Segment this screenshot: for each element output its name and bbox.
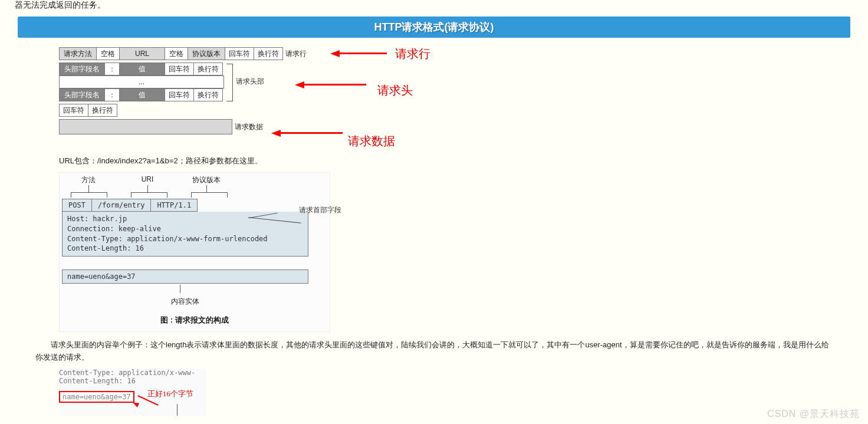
red-annotation: 正好16个字节 (147, 389, 193, 399)
cell-lf: 换行符 (88, 104, 117, 117)
label-entity-body: 内容实体 (62, 297, 308, 307)
cell-colon: ： (104, 88, 120, 101)
content-length-example-figure: Content-Type: application/x-www- Content… (59, 369, 206, 416)
label-request-data: 请求数据 (235, 119, 270, 134)
section-banner: HTTP请求格式(请求协议) (18, 17, 850, 38)
request-message-composition-figure: 方法 URI 协议版本 POST /form/entry HTTP/1.1 Ho… (59, 172, 330, 332)
truncated-prev-paragraph: 器无法完成返回的任务。 (0, 0, 868, 13)
highlighted-body: name=ueno&age=37 (59, 391, 134, 403)
req-method: POST (62, 199, 92, 212)
label-request-line: 请求行 (285, 47, 321, 60)
header-line: Connection: keep-alive (67, 224, 303, 234)
header-line: Content-Length: 16 (67, 244, 303, 254)
cell-cr: 回车符 (165, 88, 194, 101)
http-request-structure-diagram: 请求方法 空格 URL 空格 协议版本 回车符 换行符 请求行 头部字段名 ： … (59, 47, 507, 147)
label-request-headers: 请求头部 (236, 77, 264, 87)
code-line: Content-Type: application/x-www- (59, 369, 206, 377)
cell-header-value: 值 (119, 63, 165, 75)
req-proto: HTTP/1.1 (150, 199, 198, 212)
connector-line-icon (180, 285, 180, 293)
red-label-request-header: 请求头 (377, 83, 413, 98)
cell-space: 空格 (165, 47, 188, 60)
code-line: Content-Length: 16 (59, 377, 206, 385)
cell-url: URL (119, 47, 165, 60)
cell-method: 请求方法 (59, 47, 97, 60)
arrow-head-icon (132, 400, 139, 407)
red-label-request-line: 请求行 (395, 46, 430, 62)
brace-icon (226, 64, 233, 101)
cell-ellipsis: ... (59, 75, 224, 88)
watermark: CSDN @景天科技苑 (767, 408, 860, 420)
cell-header-name: 头部字段名 (59, 88, 105, 101)
cell-request-data (59, 119, 232, 134)
cell-cr: 回车符 (225, 47, 254, 60)
red-label-request-data: 请求数据 (348, 133, 395, 149)
cell-header-name: 头部字段名 (59, 63, 105, 75)
cell-header-value: 值 (119, 88, 165, 101)
label-uri: URI (130, 175, 165, 185)
req-headers-block: Host: hackr.jp Connection: keep-alive Co… (62, 212, 308, 257)
cell-lf: 换行符 (193, 63, 223, 75)
figure-caption: 图 : 请求报文的构成 (62, 315, 327, 326)
cell-lf: 换行符 (193, 88, 223, 101)
label-protocol: 协议版本 (189, 175, 224, 185)
cell-space: 空格 (96, 47, 120, 60)
url-explanation-paragraph: URL包含：/index/index2?a=1&b=2；路径和参数都在这里。 (59, 156, 850, 166)
header-example-paragraph: 请求头里面的内容举个例子：这个length表示请求体里面的数据长度，其他的请求头… (35, 339, 833, 364)
cell-cr: 回车符 (165, 63, 194, 75)
cell-lf: 换行符 (254, 47, 283, 60)
header-line: Content-Type: application/x-www-form-url… (67, 234, 303, 244)
req-uri: /form/entry (91, 199, 151, 212)
cell-colon: ： (104, 63, 120, 75)
label-method: 方法 (71, 175, 106, 185)
cell-cr: 回车符 (59, 104, 88, 117)
cell-protocol: 协议版本 (188, 47, 225, 60)
req-body-block: name=ueno&age=37 (62, 269, 308, 284)
connector-line-icon (177, 404, 177, 416)
label-header-fields: 请求首部字段 (299, 205, 341, 215)
